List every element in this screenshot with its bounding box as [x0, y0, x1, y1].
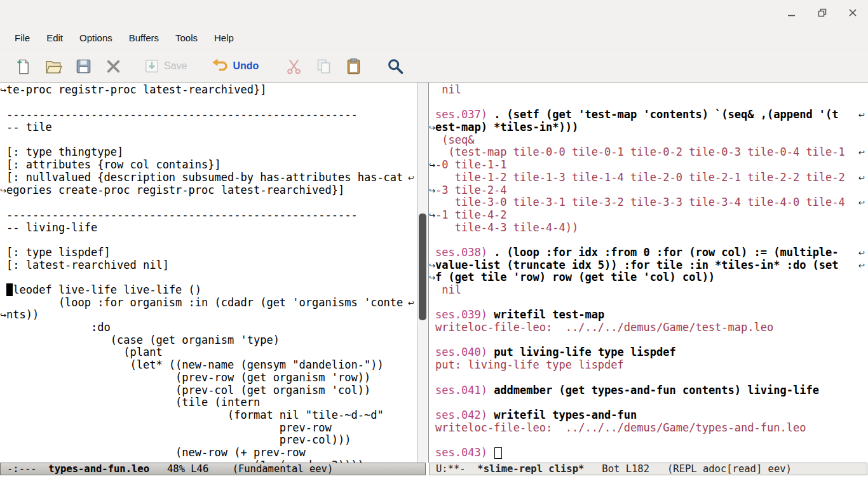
- modeline-text: -:---: [7, 463, 48, 475]
- buffer-line: ses.040) put living-life type lispdef: [429, 346, 868, 359]
- text-segment: (seq&: [435, 133, 474, 146]
- toolbar: Save Undo: [0, 50, 868, 83]
- new-file-button[interactable]: [14, 57, 34, 76]
- close-x-icon: [105, 58, 122, 75]
- open-folder-icon: [45, 58, 62, 75]
- buffer-line: (case (get organism 'type): [0, 334, 417, 347]
- menu-file[interactable]: File: [6, 32, 38, 43]
- buffer-line: tile-1-2 tile-1-3 tile-1-4 tile-2-0 tile…: [429, 172, 868, 184]
- minibuffer[interactable]: [0, 477, 868, 488]
- restore-button[interactable]: [815, 5, 830, 20]
- open-file-button[interactable]: [44, 57, 64, 76]
- minimize-icon: [787, 8, 797, 18]
- save-disk-icon: [75, 58, 92, 75]
- buffer-line: ↪-0 tile-1-1: [429, 159, 868, 172]
- text-segment: [: nullvalued {description subsumed-by h…: [6, 171, 403, 184]
- buffer-line: (loop :for organism :in (cdadr (get 'org…: [0, 297, 417, 309]
- buffer-line: tile-3-0 tile-3-1 tile-3-2 tile-3-3 tile…: [429, 196, 868, 209]
- repl-prompt: ses.043): [435, 446, 494, 459]
- buffer-line: writeloc-file-leo: ../../../demus/Game/t…: [429, 422, 868, 435]
- menu-help[interactable]: Help: [206, 32, 242, 43]
- menu-options[interactable]: Options: [71, 32, 121, 43]
- wrap-indicator-icon: ↩: [858, 260, 865, 273]
- text-segment: [: latest-rearchived nil]: [6, 259, 169, 271]
- buffer-line: ↪-3 tile-2-4: [429, 184, 868, 197]
- buffer-line: (seq&: [429, 134, 868, 147]
- scrollbar-thumb[interactable]: [419, 214, 426, 320]
- menubar: File Edit Options Buffers Tools Help: [0, 25, 868, 50]
- text-segment: put: living-life type lispdef: [435, 358, 624, 371]
- undo-button-label: Undo: [233, 60, 259, 72]
- buffer-line: ----------------------------------------…: [0, 209, 417, 222]
- buffer-line: (test-map tile-0-0 tile-0-1 tile-0-2 til…: [429, 146, 868, 159]
- text-segment: -- living-life: [6, 221, 97, 234]
- paste-button[interactable]: [344, 57, 363, 76]
- text-segment: put living-life type lispdef: [494, 346, 676, 358]
- repl-prompt: ses.041): [435, 384, 494, 396]
- buffer-line: ↪nts)): [0, 309, 417, 322]
- file-buffer[interactable]: ↪te-proc registr-proc latest-rearchived}…: [0, 83, 417, 463]
- wrap-continuation-icon: ↪: [0, 85, 6, 97]
- save-disk-button[interactable]: [74, 57, 93, 76]
- buffer-line: [0, 271, 417, 284]
- buffer-line: (tile (intern: [0, 396, 417, 409]
- text-segment: (prev-col (get organism 'col)): [6, 384, 370, 396]
- buffer-line: ↪egories create-proc registr-proc latest…: [0, 184, 417, 197]
- text-segment: nts)): [6, 308, 39, 321]
- modeline-text: 48% L46: [149, 463, 233, 475]
- text-segment: (plant: [6, 346, 163, 358]
- minimize-button[interactable]: [784, 5, 799, 20]
- buffer-line: (prev-row (get organism 'row)): [0, 372, 417, 384]
- text-segment: [: attributes {row col contains}]: [6, 158, 221, 171]
- text-segment: (loop :for organism :in (cdadr (get 'org…: [6, 296, 403, 309]
- wrap-continuation-icon: ↪: [429, 272, 435, 285]
- clipboard-icon: [345, 58, 362, 75]
- search-button[interactable]: [385, 56, 405, 76]
- menu-tools[interactable]: Tools: [167, 32, 206, 43]
- text-segment: leodef live-life live-life (): [13, 283, 201, 296]
- right-modeline[interactable]: U:**- *slime-repl clisp* Bot L182 (REPL …: [429, 463, 867, 475]
- save-button[interactable]: Save: [142, 57, 188, 76]
- editor-area: ↪te-proc registr-proc latest-rearchived}…: [0, 83, 868, 463]
- modelines: -:--- types-and-fun.leo 48% L46 (Fundame…: [0, 463, 868, 477]
- buffer-line: ses.042) writefil types-and-fun: [429, 409, 868, 422]
- buffer-line: [429, 97, 868, 109]
- cursor-hollow: [494, 447, 502, 459]
- text-segment: [: type lispdef]: [6, 246, 111, 259]
- text-segment: . (setf (get 'test-map 'contents) `(seq&…: [494, 108, 838, 121]
- menu-edit[interactable]: Edit: [38, 32, 71, 43]
- buffer-line: ↪te-proc registr-proc latest-rearchived}…: [0, 84, 417, 97]
- restore-window-icon: [817, 8, 827, 18]
- buffer-line: (new-row (+ prev-row: [0, 447, 417, 459]
- buffer-line: put: living-life type lispdef: [429, 359, 868, 372]
- repl-prompt: ses.037): [435, 108, 494, 121]
- buffer-line: (format nil "tile-~d-~d": [0, 409, 417, 422]
- buffer-line: [429, 334, 868, 347]
- copy-button[interactable]: [314, 57, 334, 76]
- buffer-line: :do: [0, 322, 417, 334]
- wrap-continuation-icon: ↪: [429, 210, 435, 222]
- undo-button[interactable]: Undo: [210, 56, 260, 76]
- titlebar: [0, 0, 868, 25]
- close-button[interactable]: [845, 5, 860, 20]
- modeline-text: types-and-fun.leo: [48, 463, 149, 475]
- cursor-block: (: [6, 283, 13, 296]
- buffer-line: [0, 97, 417, 109]
- wrap-indicator-icon: ↩: [858, 147, 865, 159]
- menu-buffers[interactable]: Buffers: [121, 32, 167, 43]
- cut-button[interactable]: [284, 57, 304, 76]
- text-segment: est-map) *tiles-in*))): [435, 121, 578, 133]
- left-modeline[interactable]: -:--- types-and-fun.leo 48% L46 (Fundame…: [0, 463, 426, 475]
- buffer-line: -- tile: [0, 121, 417, 134]
- text-segment: nil: [435, 283, 461, 296]
- left-scrollbar[interactable]: [417, 83, 428, 463]
- modeline-text: (Fundamental eev): [233, 463, 334, 475]
- close-buffer-button[interactable]: [104, 57, 123, 76]
- text-segment: egories create-proc registr-proc latest-…: [6, 184, 344, 196]
- repl-buffer[interactable]: nilses.037) . (setf (get 'test-map 'cont…: [428, 83, 868, 463]
- wrap-indicator-icon: ↩: [858, 109, 865, 122]
- buffer-line: (let* ((new-name (gensym "dandelion-")): [0, 359, 417, 372]
- text-segment: ----------------------------------------…: [6, 208, 358, 221]
- save-button-label: Save: [164, 60, 187, 72]
- undo-arrow-icon: [211, 57, 229, 75]
